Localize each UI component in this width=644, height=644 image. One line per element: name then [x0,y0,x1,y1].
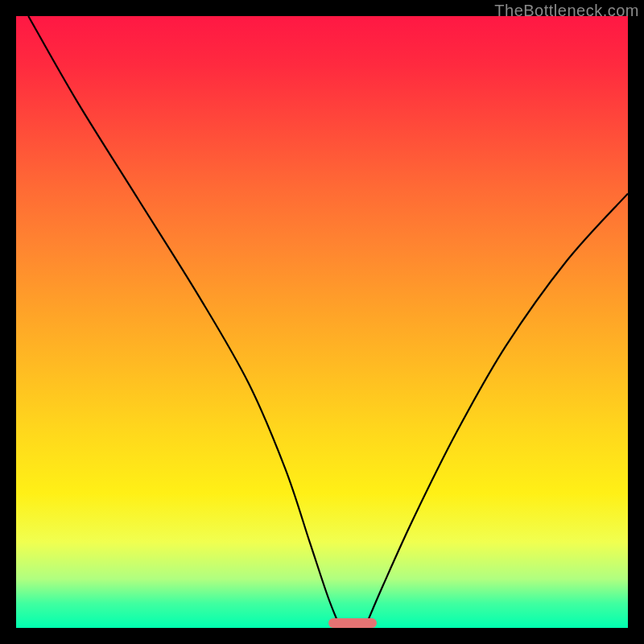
right-curve [365,193,628,628]
bottleneck-marker [328,618,378,628]
left-curve [28,16,341,628]
chart-curves-svg [16,16,628,628]
chart-plot-area [16,16,628,628]
